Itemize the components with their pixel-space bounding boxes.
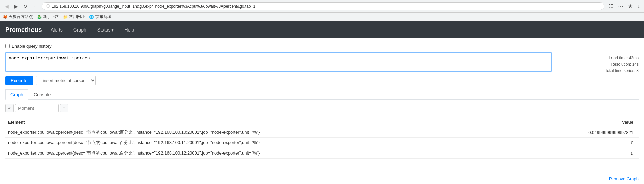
table-row: node_exporter:cpu:iowait:percent{desc="节… xyxy=(5,127,639,138)
forward-button[interactable]: ▶ xyxy=(12,2,20,10)
back-button[interactable]: ◀ xyxy=(3,2,11,10)
home-button[interactable]: ⌂ xyxy=(31,2,39,10)
element-column-header: Element xyxy=(5,118,531,127)
tabs-row: Graph Console xyxy=(5,89,639,100)
tab-console[interactable]: Console xyxy=(28,89,56,100)
nav-status[interactable]: Status ▾ xyxy=(95,26,116,34)
prev-time-button[interactable]: « xyxy=(5,104,14,112)
results-table: Element Value node_exporter:cpu:iowait:p… xyxy=(5,118,639,159)
tab-graph[interactable]: Graph xyxy=(5,89,28,100)
table-body: node_exporter:cpu:iowait:percent{desc="节… xyxy=(5,127,639,159)
element-cell: node_exporter:cpu:iowait:percent{desc="节… xyxy=(5,148,531,159)
bookmark-common[interactable]: 📁 常用网址 xyxy=(63,14,85,20)
folder-icon: 📁 xyxy=(63,15,68,19)
execute-button[interactable]: Execute xyxy=(5,76,33,85)
load-time-stat: Load time: 43ms xyxy=(605,55,639,61)
more-icon[interactable]: ⋯ xyxy=(617,2,625,10)
bookmark-firefox[interactable]: 🦊 火狐官方站点 xyxy=(3,14,33,20)
security-icon: ⓘ xyxy=(46,4,50,9)
next-time-button[interactable]: » xyxy=(60,104,68,112)
nav-graph[interactable]: Graph xyxy=(71,26,88,34)
bookmark-icon: 🦊 xyxy=(3,15,8,19)
enable-history-label[interactable]: Enable query history xyxy=(12,44,52,49)
main-content: Enable query history node_exporter:cpu:i… xyxy=(0,38,644,161)
element-cell: node_exporter:cpu:iowait:percent{desc="节… xyxy=(5,127,531,138)
total-series-stat: Total time series: 3 xyxy=(605,68,639,74)
nav-help[interactable]: Help xyxy=(122,26,136,34)
value-cell: 0.04999999999997821 xyxy=(531,127,639,138)
extensions-icon[interactable]: ☷ xyxy=(607,2,615,10)
refresh-button[interactable]: ↻ xyxy=(21,2,29,10)
controls-row: Execute - insert metric at cursor - xyxy=(5,76,639,85)
browser-actions: ☷ ⋯ ★ ↓ xyxy=(607,2,641,10)
value-column-header: Value xyxy=(531,118,639,127)
bookmark-jd[interactable]: 🌐 京东商城 xyxy=(89,14,111,20)
moment-input[interactable] xyxy=(15,104,59,112)
value-cell: 0 xyxy=(531,148,639,159)
address-bar[interactable]: ⓘ 192.168.100.10:9090/graph?g0.range_inp… xyxy=(42,2,604,10)
prometheus-brand: Prometheus xyxy=(5,26,42,34)
url-text: 192.168.100.10:9090/graph?g0.range_input… xyxy=(52,4,600,9)
table-row: node_exporter:cpu:iowait:percent{desc="节… xyxy=(5,148,639,159)
bookmarks-bar: 🦊 火狐官方站点 🐉 新手上路 📁 常用网址 🌐 京东商城 xyxy=(0,13,644,21)
table-row: node_exporter:cpu:iowait:percent{desc="节… xyxy=(5,138,639,148)
value-cell: 0 xyxy=(531,138,639,148)
bookmark-icon: 🌐 xyxy=(89,15,94,19)
query-history-row: Enable query history xyxy=(5,44,639,49)
bookmark-icon[interactable]: ★ xyxy=(627,2,634,10)
table-header: Element Value xyxy=(5,118,639,127)
graph-controls: « » xyxy=(5,104,639,112)
browser-chrome: ◀ ▶ ↻ ⌂ ⓘ 192.168.100.10:9090/graph?g0.r… xyxy=(0,0,644,13)
prometheus-navbar: Prometheus Alerts Graph Status ▾ Help xyxy=(0,21,644,38)
enable-history-checkbox[interactable] xyxy=(5,44,10,48)
bookmark-newuser[interactable]: 🐉 新手上路 xyxy=(37,14,59,20)
nav-alerts[interactable]: Alerts xyxy=(49,26,65,34)
stats-panel: Load time: 43ms Resolution: 14s Total ti… xyxy=(605,55,639,74)
dropdown-arrow-icon: ▾ xyxy=(111,27,114,33)
browser-nav-buttons: ◀ ▶ ↻ ⌂ xyxy=(3,2,39,10)
insert-metric-select[interactable]: - insert metric at cursor - xyxy=(36,76,96,85)
bookmark-icon: 🐉 xyxy=(37,15,42,19)
download-icon[interactable]: ↓ xyxy=(636,3,641,10)
resolution-stat: Resolution: 14s xyxy=(605,61,639,68)
query-input[interactable]: node_exporter:cpu:iowait:percent xyxy=(5,52,552,72)
element-cell: node_exporter:cpu:iowait:percent{desc="节… xyxy=(5,138,531,148)
